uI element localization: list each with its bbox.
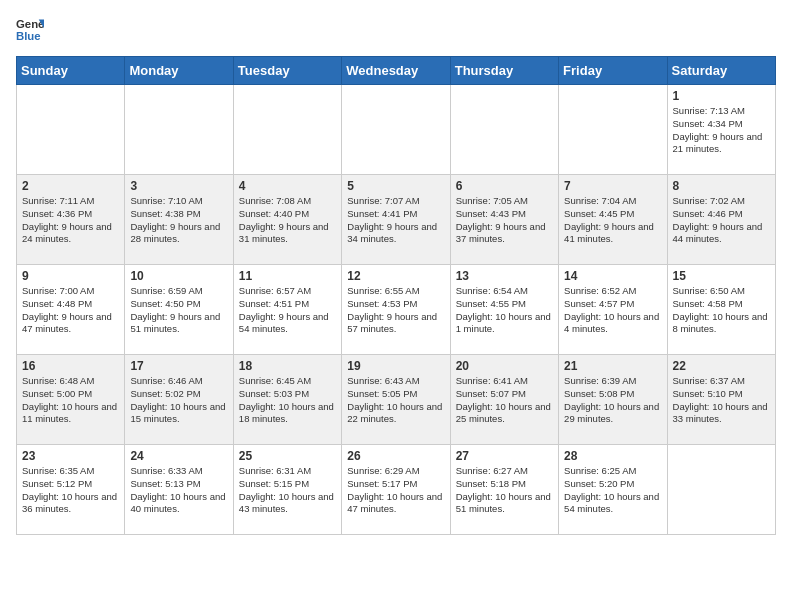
- calendar-cell: 25Sunrise: 6:31 AM Sunset: 5:15 PM Dayli…: [233, 445, 341, 535]
- calendar-cell: 28Sunrise: 6:25 AM Sunset: 5:20 PM Dayli…: [559, 445, 667, 535]
- day-number: 8: [673, 179, 770, 193]
- day-info: Sunrise: 6:43 AM Sunset: 5:05 PM Dayligh…: [347, 375, 444, 426]
- day-info: Sunrise: 6:54 AM Sunset: 4:55 PM Dayligh…: [456, 285, 553, 336]
- day-number: 3: [130, 179, 227, 193]
- logo: General Blue: [16, 16, 48, 44]
- header-cell-tuesday: Tuesday: [233, 57, 341, 85]
- day-number: 22: [673, 359, 770, 373]
- day-number: 19: [347, 359, 444, 373]
- calendar-cell: 9Sunrise: 7:00 AM Sunset: 4:48 PM Daylig…: [17, 265, 125, 355]
- calendar-cell: 24Sunrise: 6:33 AM Sunset: 5:13 PM Dayli…: [125, 445, 233, 535]
- day-info: Sunrise: 6:48 AM Sunset: 5:00 PM Dayligh…: [22, 375, 119, 426]
- day-number: 10: [130, 269, 227, 283]
- day-number: 6: [456, 179, 553, 193]
- day-info: Sunrise: 6:59 AM Sunset: 4:50 PM Dayligh…: [130, 285, 227, 336]
- day-info: Sunrise: 7:10 AM Sunset: 4:38 PM Dayligh…: [130, 195, 227, 246]
- page-header: General Blue: [16, 16, 776, 44]
- day-number: 14: [564, 269, 661, 283]
- calendar-cell: 7Sunrise: 7:04 AM Sunset: 4:45 PM Daylig…: [559, 175, 667, 265]
- calendar-body: 1Sunrise: 7:13 AM Sunset: 4:34 PM Daylig…: [17, 85, 776, 535]
- day-info: Sunrise: 7:08 AM Sunset: 4:40 PM Dayligh…: [239, 195, 336, 246]
- calendar-header: SundayMondayTuesdayWednesdayThursdayFrid…: [17, 57, 776, 85]
- calendar-cell: 4Sunrise: 7:08 AM Sunset: 4:40 PM Daylig…: [233, 175, 341, 265]
- header-row: SundayMondayTuesdayWednesdayThursdayFrid…: [17, 57, 776, 85]
- calendar-week-0: 1Sunrise: 7:13 AM Sunset: 4:34 PM Daylig…: [17, 85, 776, 175]
- day-number: 26: [347, 449, 444, 463]
- calendar-cell: 10Sunrise: 6:59 AM Sunset: 4:50 PM Dayli…: [125, 265, 233, 355]
- day-info: Sunrise: 6:35 AM Sunset: 5:12 PM Dayligh…: [22, 465, 119, 516]
- day-number: 4: [239, 179, 336, 193]
- day-info: Sunrise: 6:25 AM Sunset: 5:20 PM Dayligh…: [564, 465, 661, 516]
- day-info: Sunrise: 7:02 AM Sunset: 4:46 PM Dayligh…: [673, 195, 770, 246]
- calendar-cell: 5Sunrise: 7:07 AM Sunset: 4:41 PM Daylig…: [342, 175, 450, 265]
- day-number: 18: [239, 359, 336, 373]
- calendar-cell: 16Sunrise: 6:48 AM Sunset: 5:00 PM Dayli…: [17, 355, 125, 445]
- day-number: 5: [347, 179, 444, 193]
- day-number: 13: [456, 269, 553, 283]
- day-number: 12: [347, 269, 444, 283]
- day-number: 15: [673, 269, 770, 283]
- day-info: Sunrise: 6:39 AM Sunset: 5:08 PM Dayligh…: [564, 375, 661, 426]
- day-number: 24: [130, 449, 227, 463]
- calendar-cell: 26Sunrise: 6:29 AM Sunset: 5:17 PM Dayli…: [342, 445, 450, 535]
- day-info: Sunrise: 6:46 AM Sunset: 5:02 PM Dayligh…: [130, 375, 227, 426]
- day-info: Sunrise: 6:33 AM Sunset: 5:13 PM Dayligh…: [130, 465, 227, 516]
- day-info: Sunrise: 7:11 AM Sunset: 4:36 PM Dayligh…: [22, 195, 119, 246]
- calendar-cell: 18Sunrise: 6:45 AM Sunset: 5:03 PM Dayli…: [233, 355, 341, 445]
- day-number: 20: [456, 359, 553, 373]
- calendar-week-1: 2Sunrise: 7:11 AM Sunset: 4:36 PM Daylig…: [17, 175, 776, 265]
- calendar-cell: 13Sunrise: 6:54 AM Sunset: 4:55 PM Dayli…: [450, 265, 558, 355]
- day-info: Sunrise: 7:13 AM Sunset: 4:34 PM Dayligh…: [673, 105, 770, 156]
- day-number: 16: [22, 359, 119, 373]
- calendar-cell: [17, 85, 125, 175]
- calendar-cell: 23Sunrise: 6:35 AM Sunset: 5:12 PM Dayli…: [17, 445, 125, 535]
- calendar-cell: [450, 85, 558, 175]
- day-info: Sunrise: 7:00 AM Sunset: 4:48 PM Dayligh…: [22, 285, 119, 336]
- calendar-cell: [667, 445, 775, 535]
- day-number: 2: [22, 179, 119, 193]
- calendar-week-3: 16Sunrise: 6:48 AM Sunset: 5:00 PM Dayli…: [17, 355, 776, 445]
- logo-icon: General Blue: [16, 16, 44, 44]
- day-info: Sunrise: 6:29 AM Sunset: 5:17 PM Dayligh…: [347, 465, 444, 516]
- calendar-cell: 27Sunrise: 6:27 AM Sunset: 5:18 PM Dayli…: [450, 445, 558, 535]
- calendar-cell: [125, 85, 233, 175]
- day-number: 21: [564, 359, 661, 373]
- calendar-cell: 20Sunrise: 6:41 AM Sunset: 5:07 PM Dayli…: [450, 355, 558, 445]
- day-info: Sunrise: 6:27 AM Sunset: 5:18 PM Dayligh…: [456, 465, 553, 516]
- day-number: 23: [22, 449, 119, 463]
- day-info: Sunrise: 6:37 AM Sunset: 5:10 PM Dayligh…: [673, 375, 770, 426]
- day-number: 9: [22, 269, 119, 283]
- calendar-cell: 19Sunrise: 6:43 AM Sunset: 5:05 PM Dayli…: [342, 355, 450, 445]
- header-cell-sunday: Sunday: [17, 57, 125, 85]
- day-info: Sunrise: 6:41 AM Sunset: 5:07 PM Dayligh…: [456, 375, 553, 426]
- calendar-cell: 3Sunrise: 7:10 AM Sunset: 4:38 PM Daylig…: [125, 175, 233, 265]
- day-number: 11: [239, 269, 336, 283]
- day-info: Sunrise: 6:31 AM Sunset: 5:15 PM Dayligh…: [239, 465, 336, 516]
- day-number: 28: [564, 449, 661, 463]
- header-cell-saturday: Saturday: [667, 57, 775, 85]
- day-number: 7: [564, 179, 661, 193]
- day-info: Sunrise: 7:07 AM Sunset: 4:41 PM Dayligh…: [347, 195, 444, 246]
- calendar-cell: [342, 85, 450, 175]
- calendar-week-2: 9Sunrise: 7:00 AM Sunset: 4:48 PM Daylig…: [17, 265, 776, 355]
- header-cell-friday: Friday: [559, 57, 667, 85]
- day-number: 27: [456, 449, 553, 463]
- day-info: Sunrise: 6:57 AM Sunset: 4:51 PM Dayligh…: [239, 285, 336, 336]
- calendar-cell: [559, 85, 667, 175]
- day-number: 17: [130, 359, 227, 373]
- calendar-cell: 2Sunrise: 7:11 AM Sunset: 4:36 PM Daylig…: [17, 175, 125, 265]
- calendar-cell: 15Sunrise: 6:50 AM Sunset: 4:58 PM Dayli…: [667, 265, 775, 355]
- day-number: 25: [239, 449, 336, 463]
- calendar-table: SundayMondayTuesdayWednesdayThursdayFrid…: [16, 56, 776, 535]
- day-number: 1: [673, 89, 770, 103]
- calendar-cell: 1Sunrise: 7:13 AM Sunset: 4:34 PM Daylig…: [667, 85, 775, 175]
- svg-text:Blue: Blue: [16, 30, 41, 42]
- calendar-cell: 14Sunrise: 6:52 AM Sunset: 4:57 PM Dayli…: [559, 265, 667, 355]
- day-info: Sunrise: 6:45 AM Sunset: 5:03 PM Dayligh…: [239, 375, 336, 426]
- day-info: Sunrise: 6:50 AM Sunset: 4:58 PM Dayligh…: [673, 285, 770, 336]
- header-cell-monday: Monday: [125, 57, 233, 85]
- header-cell-wednesday: Wednesday: [342, 57, 450, 85]
- calendar-cell: 22Sunrise: 6:37 AM Sunset: 5:10 PM Dayli…: [667, 355, 775, 445]
- day-info: Sunrise: 6:55 AM Sunset: 4:53 PM Dayligh…: [347, 285, 444, 336]
- day-info: Sunrise: 7:05 AM Sunset: 4:43 PM Dayligh…: [456, 195, 553, 246]
